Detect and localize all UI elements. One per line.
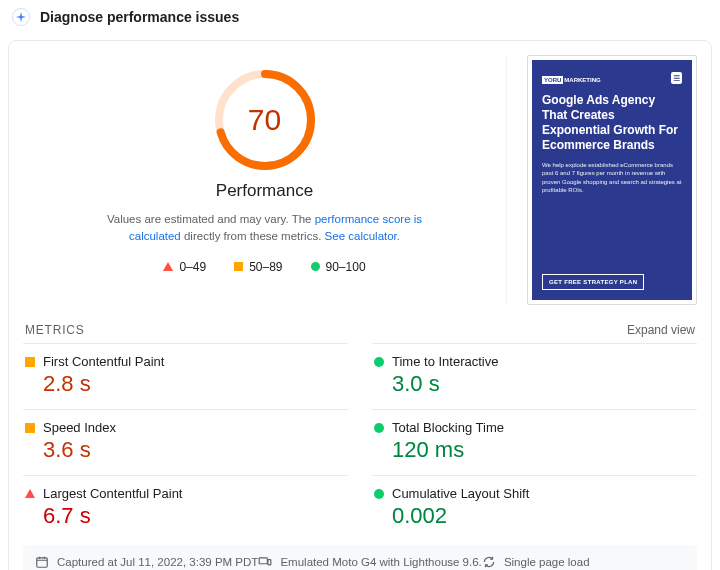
devices-icon [258, 555, 272, 569]
circle-icon [374, 357, 384, 367]
preview-logo-1: YORU [542, 76, 563, 84]
svg-rect-0 [37, 558, 48, 567]
desc-text: Values are estimated and may vary. The [107, 213, 315, 225]
preview-subtext: We help explode established eCommerce br… [542, 161, 682, 195]
square-icon [234, 262, 243, 271]
metrics-heading: METRICS [25, 323, 85, 337]
preview-logo-2: MARKETING [564, 77, 600, 83]
preview-cta: GET FREE STRATEGY PLAN [542, 274, 644, 290]
metric-label: Cumulative Layout Shift [392, 486, 529, 501]
preview-topbar: YORUMARKETING ≡ [542, 70, 682, 85]
metric-value: 0.002 [392, 503, 695, 529]
circle-icon [374, 489, 384, 499]
metric-value: 3.0 s [392, 371, 695, 397]
square-icon [25, 423, 35, 433]
performance-gauge: 70 [210, 65, 320, 175]
svg-rect-2 [268, 560, 271, 565]
env-emulated: Emulated Moto G4 with Lighthouse 9.6.2 [258, 555, 481, 569]
score-legend: 0–49 50–89 90–100 [163, 260, 365, 274]
diagnose-icon [12, 8, 30, 26]
preview-headline: Google Ads Agency That Creates Exponenti… [542, 93, 682, 153]
metric-label: Speed Index [43, 420, 116, 435]
metric-label: Time to Interactive [392, 354, 498, 369]
sync-icon [482, 555, 496, 569]
legend-avg: 50–89 [234, 260, 282, 274]
metric-1[interactable]: Time to Interactive3.0 s [372, 343, 697, 409]
page-screenshot-preview: YORUMARKETING ≡ Google Ads Agency That C… [527, 55, 697, 305]
metrics-grid: First Contentful Paint2.8 sTime to Inter… [23, 343, 697, 541]
metric-value: 6.7 s [43, 503, 346, 529]
metric-value: 2.8 s [43, 371, 346, 397]
legend-poor: 0–49 [163, 260, 206, 274]
triangle-icon [163, 262, 173, 271]
env-single: Single page load [482, 555, 685, 569]
section-header: Diagnose performance issues [0, 0, 720, 34]
performance-score: 70 [210, 65, 320, 175]
desc-text-2: directly from these metrics. [181, 230, 325, 242]
section-title: Diagnose performance issues [40, 9, 239, 25]
square-icon [25, 357, 35, 367]
svg-rect-1 [260, 558, 268, 564]
metric-value: 3.6 s [43, 437, 346, 463]
metric-0[interactable]: First Contentful Paint2.8 s [23, 343, 348, 409]
hamburger-icon: ≡ [671, 72, 682, 84]
performance-description: Values are estimated and may vary. The p… [105, 211, 425, 246]
metric-5[interactable]: Cumulative Layout Shift0.002 [372, 475, 697, 541]
triangle-icon [25, 489, 35, 498]
metric-3[interactable]: Total Blocking Time120 ms [372, 409, 697, 475]
metric-2[interactable]: Speed Index3.6 s [23, 409, 348, 475]
env-captured: Captured at Jul 11, 2022, 3:39 PM PDT [35, 555, 258, 569]
expand-view-toggle[interactable]: Expand view [627, 323, 695, 337]
performance-gauge-column: 70 Performance Values are estimated and … [23, 55, 507, 305]
metric-4[interactable]: Largest Contentful Paint6.7 s [23, 475, 348, 541]
circle-icon [374, 423, 384, 433]
performance-label: Performance [216, 181, 313, 201]
metric-label: Largest Contentful Paint [43, 486, 182, 501]
environment-panel: Captured at Jul 11, 2022, 3:39 PM PDT Em… [23, 545, 697, 570]
metric-value: 120 ms [392, 437, 695, 463]
report-card: 70 Performance Values are estimated and … [8, 40, 712, 570]
legend-good: 90–100 [311, 260, 366, 274]
metric-label: Total Blocking Time [392, 420, 504, 435]
calculator-link[interactable]: See calculator. [325, 230, 400, 242]
calendar-icon [35, 555, 49, 569]
metric-label: First Contentful Paint [43, 354, 164, 369]
circle-icon [311, 262, 320, 271]
